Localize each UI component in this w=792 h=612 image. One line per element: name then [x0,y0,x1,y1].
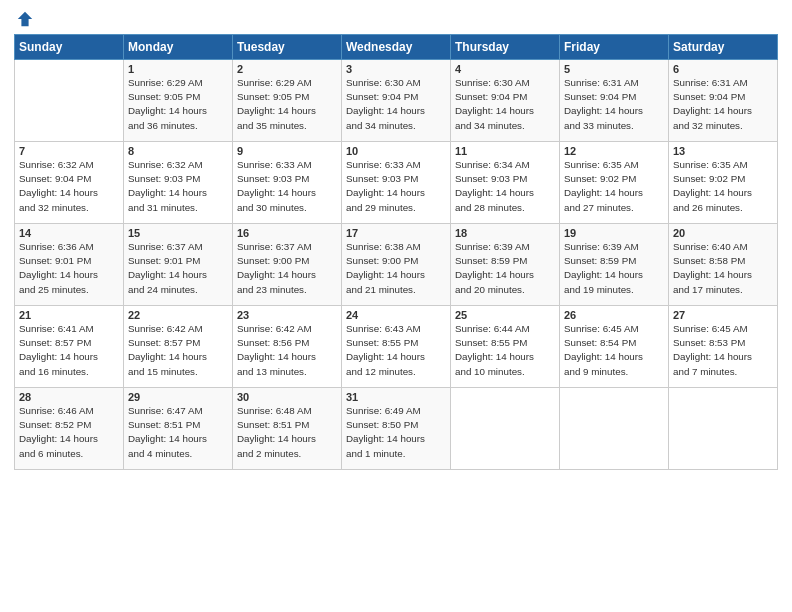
day-number: 22 [128,309,228,321]
day-info: Sunrise: 6:29 AMSunset: 9:05 PMDaylight:… [128,76,228,133]
day-info: Sunrise: 6:31 AMSunset: 9:04 PMDaylight:… [673,76,773,133]
day-info: Sunrise: 6:32 AMSunset: 9:04 PMDaylight:… [19,158,119,215]
day-info: Sunrise: 6:30 AMSunset: 9:04 PMDaylight:… [455,76,555,133]
calendar-cell: 2Sunrise: 6:29 AMSunset: 9:05 PMDaylight… [233,60,342,142]
calendar-week-4: 21Sunrise: 6:41 AMSunset: 8:57 PMDayligh… [15,306,778,388]
calendar-header-tuesday: Tuesday [233,35,342,60]
calendar-cell [15,60,124,142]
day-number: 13 [673,145,773,157]
calendar-cell: 13Sunrise: 6:35 AMSunset: 9:02 PMDayligh… [669,142,778,224]
calendar-cell: 9Sunrise: 6:33 AMSunset: 9:03 PMDaylight… [233,142,342,224]
calendar-cell: 1Sunrise: 6:29 AMSunset: 9:05 PMDaylight… [124,60,233,142]
day-number: 8 [128,145,228,157]
day-number: 18 [455,227,555,239]
day-number: 6 [673,63,773,75]
calendar-cell: 17Sunrise: 6:38 AMSunset: 9:00 PMDayligh… [342,224,451,306]
calendar-cell: 31Sunrise: 6:49 AMSunset: 8:50 PMDayligh… [342,388,451,470]
calendar-cell: 21Sunrise: 6:41 AMSunset: 8:57 PMDayligh… [15,306,124,388]
day-info: Sunrise: 6:39 AMSunset: 8:59 PMDaylight:… [564,240,664,297]
day-info: Sunrise: 6:46 AMSunset: 8:52 PMDaylight:… [19,404,119,461]
header [14,10,778,28]
calendar-cell [560,388,669,470]
calendar-cell: 29Sunrise: 6:47 AMSunset: 8:51 PMDayligh… [124,388,233,470]
calendar-week-2: 7Sunrise: 6:32 AMSunset: 9:04 PMDaylight… [15,142,778,224]
calendar-header-saturday: Saturday [669,35,778,60]
calendar-cell: 23Sunrise: 6:42 AMSunset: 8:56 PMDayligh… [233,306,342,388]
day-number: 27 [673,309,773,321]
calendar-cell: 14Sunrise: 6:36 AMSunset: 9:01 PMDayligh… [15,224,124,306]
calendar-cell: 22Sunrise: 6:42 AMSunset: 8:57 PMDayligh… [124,306,233,388]
day-info: Sunrise: 6:33 AMSunset: 9:03 PMDaylight:… [346,158,446,215]
calendar-week-3: 14Sunrise: 6:36 AMSunset: 9:01 PMDayligh… [15,224,778,306]
calendar-cell: 25Sunrise: 6:44 AMSunset: 8:55 PMDayligh… [451,306,560,388]
calendar-cell: 28Sunrise: 6:46 AMSunset: 8:52 PMDayligh… [15,388,124,470]
logo-icon [16,10,34,28]
day-number: 11 [455,145,555,157]
day-number: 9 [237,145,337,157]
calendar-header-wednesday: Wednesday [342,35,451,60]
day-info: Sunrise: 6:36 AMSunset: 9:01 PMDaylight:… [19,240,119,297]
calendar-cell: 30Sunrise: 6:48 AMSunset: 8:51 PMDayligh… [233,388,342,470]
calendar-cell: 20Sunrise: 6:40 AMSunset: 8:58 PMDayligh… [669,224,778,306]
calendar-cell: 24Sunrise: 6:43 AMSunset: 8:55 PMDayligh… [342,306,451,388]
logo [14,10,34,28]
day-info: Sunrise: 6:31 AMSunset: 9:04 PMDaylight:… [564,76,664,133]
day-number: 17 [346,227,446,239]
day-number: 15 [128,227,228,239]
day-info: Sunrise: 6:44 AMSunset: 8:55 PMDaylight:… [455,322,555,379]
day-info: Sunrise: 6:29 AMSunset: 9:05 PMDaylight:… [237,76,337,133]
day-info: Sunrise: 6:45 AMSunset: 8:54 PMDaylight:… [564,322,664,379]
day-info: Sunrise: 6:42 AMSunset: 8:57 PMDaylight:… [128,322,228,379]
calendar-table: SundayMondayTuesdayWednesdayThursdayFrid… [14,34,778,470]
day-number: 19 [564,227,664,239]
calendar-header-row: SundayMondayTuesdayWednesdayThursdayFrid… [15,35,778,60]
calendar-cell: 19Sunrise: 6:39 AMSunset: 8:59 PMDayligh… [560,224,669,306]
calendar-week-1: 1Sunrise: 6:29 AMSunset: 9:05 PMDaylight… [15,60,778,142]
calendar-cell: 11Sunrise: 6:34 AMSunset: 9:03 PMDayligh… [451,142,560,224]
day-number: 4 [455,63,555,75]
calendar-cell: 10Sunrise: 6:33 AMSunset: 9:03 PMDayligh… [342,142,451,224]
calendar-cell: 3Sunrise: 6:30 AMSunset: 9:04 PMDaylight… [342,60,451,142]
day-number: 5 [564,63,664,75]
calendar-cell: 26Sunrise: 6:45 AMSunset: 8:54 PMDayligh… [560,306,669,388]
day-number: 16 [237,227,337,239]
day-info: Sunrise: 6:49 AMSunset: 8:50 PMDaylight:… [346,404,446,461]
day-number: 2 [237,63,337,75]
calendar-cell [451,388,560,470]
calendar-cell: 16Sunrise: 6:37 AMSunset: 9:00 PMDayligh… [233,224,342,306]
day-info: Sunrise: 6:32 AMSunset: 9:03 PMDaylight:… [128,158,228,215]
day-number: 3 [346,63,446,75]
calendar-cell: 7Sunrise: 6:32 AMSunset: 9:04 PMDaylight… [15,142,124,224]
day-info: Sunrise: 6:41 AMSunset: 8:57 PMDaylight:… [19,322,119,379]
day-info: Sunrise: 6:35 AMSunset: 9:02 PMDaylight:… [564,158,664,215]
day-number: 26 [564,309,664,321]
day-info: Sunrise: 6:48 AMSunset: 8:51 PMDaylight:… [237,404,337,461]
calendar-header-sunday: Sunday [15,35,124,60]
day-number: 14 [19,227,119,239]
day-info: Sunrise: 6:39 AMSunset: 8:59 PMDaylight:… [455,240,555,297]
day-info: Sunrise: 6:30 AMSunset: 9:04 PMDaylight:… [346,76,446,133]
day-info: Sunrise: 6:43 AMSunset: 8:55 PMDaylight:… [346,322,446,379]
day-number: 10 [346,145,446,157]
calendar-cell: 4Sunrise: 6:30 AMSunset: 9:04 PMDaylight… [451,60,560,142]
day-number: 12 [564,145,664,157]
day-info: Sunrise: 6:42 AMSunset: 8:56 PMDaylight:… [237,322,337,379]
day-info: Sunrise: 6:38 AMSunset: 9:00 PMDaylight:… [346,240,446,297]
calendar-cell: 15Sunrise: 6:37 AMSunset: 9:01 PMDayligh… [124,224,233,306]
calendar-cell: 6Sunrise: 6:31 AMSunset: 9:04 PMDaylight… [669,60,778,142]
day-number: 29 [128,391,228,403]
day-info: Sunrise: 6:33 AMSunset: 9:03 PMDaylight:… [237,158,337,215]
calendar-cell: 18Sunrise: 6:39 AMSunset: 8:59 PMDayligh… [451,224,560,306]
calendar-cell: 12Sunrise: 6:35 AMSunset: 9:02 PMDayligh… [560,142,669,224]
day-number: 31 [346,391,446,403]
day-number: 7 [19,145,119,157]
day-number: 25 [455,309,555,321]
day-info: Sunrise: 6:47 AMSunset: 8:51 PMDaylight:… [128,404,228,461]
day-number: 21 [19,309,119,321]
day-number: 20 [673,227,773,239]
calendar-header-thursday: Thursday [451,35,560,60]
day-info: Sunrise: 6:45 AMSunset: 8:53 PMDaylight:… [673,322,773,379]
svg-marker-0 [18,12,32,26]
calendar-cell: 8Sunrise: 6:32 AMSunset: 9:03 PMDaylight… [124,142,233,224]
calendar-cell: 5Sunrise: 6:31 AMSunset: 9:04 PMDaylight… [560,60,669,142]
